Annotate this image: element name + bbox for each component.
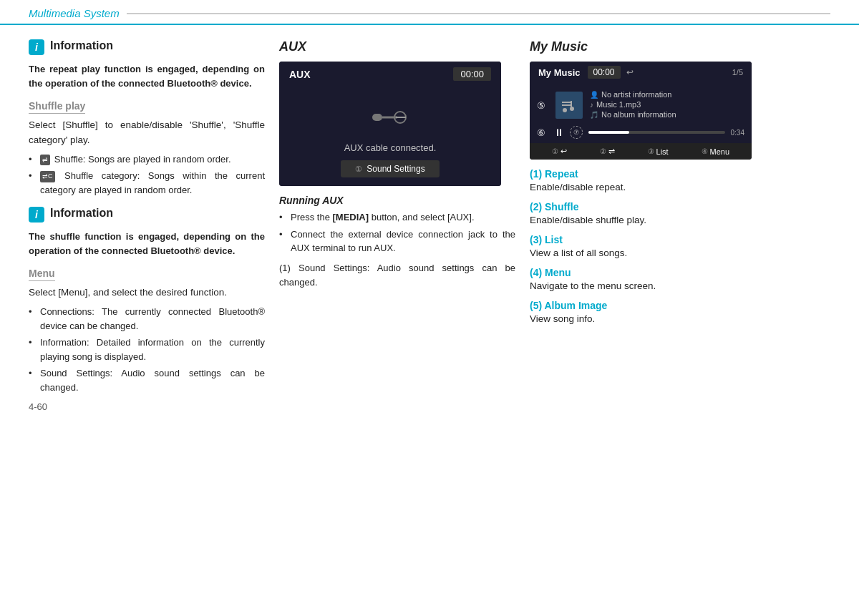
center-column: AUX AUX 00:00 AUX cable connected. [279, 39, 515, 602]
mymusic-screen: My Music 00:00 ↩ 1/5 ⑤ [530, 62, 752, 160]
menu-heading: Menu [29, 268, 55, 281]
menu-body: Select [Menu], and select the desired fu… [29, 285, 265, 300]
album-icon: 🎵 [590, 111, 598, 119]
right-column: My Music My Music 00:00 ↩ 1/5 ⑤ [530, 39, 830, 602]
mymusic-progress-area: ⑥ ⏸ ⑦ 0:34 [537, 123, 744, 140]
progress-bar [588, 131, 629, 134]
aux-screen-body: AUX cable connected. ① Sound Settings [279, 87, 501, 186]
menu-list: Connections: The currently connected Blu… [29, 305, 265, 394]
item-3-title: (3) List [530, 234, 830, 245]
list-item: ⇌C Shuffle category: Songs within the cu… [29, 169, 265, 197]
pause-icon: ⏸ [554, 127, 564, 138]
aux-screen-time: 00:00 [453, 67, 491, 81]
numbered-item-1: (1) Repeat Enable/disable repeat. [530, 168, 830, 192]
page-number: 4-60 [29, 401, 265, 412]
num7-circle: ⑦ [570, 126, 583, 139]
running-aux-title: Running AUX [279, 195, 515, 206]
aux-sound-btn-label: Sound Settings [367, 164, 424, 174]
info-text-1: The repeat play function is engaged, dep… [29, 62, 265, 90]
item-5-title: (5) Album Image [530, 300, 830, 311]
mymusic-header: My Music 00:00 ↩ 1/5 [530, 62, 752, 83]
item-2-title: (2) Shuffle [530, 201, 830, 212]
aux-screen: AUX 00:00 AUX cable connected. ① Sou [279, 62, 501, 186]
mymusic-body: ⑤ 👤 No arti [530, 83, 752, 143]
item-4-desc: Navigate to the menu screen. [530, 280, 830, 291]
list-item: Connect the external device connection j… [279, 228, 515, 255]
mymusic-count: 1/5 [732, 68, 743, 77]
media-label: [MEDIA] [333, 212, 369, 223]
left-column: i Information The repeat play function i… [29, 39, 265, 602]
aux-connected-text: AUX cable connected. [344, 142, 437, 153]
repeat-icon: ↩ [626, 67, 634, 77]
item-1-desc: Enable/disable repeat. [530, 182, 830, 192]
no-album-line: 🎵 No album information [590, 110, 744, 119]
numbered-item-2: (2) Shuffle Enable/disable shuffle play. [530, 201, 830, 225]
time-elapsed: 0:34 [731, 129, 744, 137]
list-item: Sound Settings: Audio sound settings can… [29, 366, 265, 394]
svg-point-8 [570, 107, 574, 111]
shuffle-category-icon: ⇌C [40, 171, 55, 182]
svg-rect-4 [562, 102, 572, 103]
info-icon-2: i [29, 207, 44, 223]
info-icon-1: i [29, 39, 44, 55]
mymusic-time: 00:00 [588, 66, 621, 79]
info-text-2: The shuffle function is engaged, dependi… [29, 230, 265, 258]
shuffle-heading: Shuffle play [29, 100, 85, 114]
aux-screen-header: AUX 00:00 [279, 62, 501, 87]
info-title-1: Information [50, 39, 113, 52]
numbered-item-5: (5) Album Image View song info. [530, 300, 830, 324]
numbered-item-4: (4) Menu Navigate to the menu screen. [530, 267, 830, 291]
shuffle-songs-icon: ⇌ [40, 155, 50, 166]
person-icon: 👤 [590, 91, 598, 99]
item-5-desc: View song info. [530, 313, 830, 324]
num6: ⑥ [537, 127, 548, 138]
shuffle-body: Select [Shuffle] to enable/disable 'Shuf… [29, 118, 265, 148]
aux-cable-icon [369, 99, 412, 135]
svg-rect-0 [372, 114, 382, 121]
item-3-desc: View a list of all songs. [530, 248, 830, 258]
main-content: i Information The repeat play function i… [0, 25, 859, 610]
track-num-5: ⑤ [537, 100, 548, 111]
no-artist-line: 👤 No artist information [590, 90, 744, 99]
mymusic-label: My Music [538, 67, 581, 78]
info-box-2: i Information [29, 207, 265, 223]
running-aux-list: Press the [MEDIA] button, and select [AU… [279, 210, 515, 255]
svg-point-7 [563, 108, 567, 112]
track-name-line: ♪ Music 1.mp3 [590, 100, 744, 109]
item-1-title: (1) Repeat [530, 168, 830, 180]
footer-btn-shuffle[interactable]: ② ⇌ [600, 147, 615, 156]
footer-btn-repeat[interactable]: ① ↩ [552, 147, 567, 156]
item-4-title: (4) Menu [530, 267, 830, 278]
mymusic-track-info: 👤 No artist information ♪ Music 1.mp3 🎵 … [590, 90, 744, 120]
shuffle-list: ⇌ Shuffle: Songs are played in random or… [29, 152, 265, 197]
svg-rect-5 [562, 104, 572, 106]
mymusic-track-row: ⑤ 👤 No arti [537, 87, 744, 123]
numbered-item-3: (3) List View a list of all songs. [530, 234, 830, 258]
aux-title: AUX [279, 39, 515, 54]
aux-sound-btn[interactable]: ① Sound Settings [341, 160, 439, 177]
aux-screen-label: AUX [289, 69, 311, 80]
mymusic-title: My Music [530, 39, 830, 54]
info-title-2: Information [50, 207, 113, 220]
music-icon: ♪ [590, 101, 593, 109]
header-line [127, 13, 830, 14]
album-art [555, 92, 583, 119]
item-2-desc: Enable/disable shuffle play. [530, 215, 830, 225]
list-item: ⇌ Shuffle: Songs are played in random or… [29, 152, 265, 167]
aux-sound-btn-num: ① [355, 165, 362, 174]
footer-btn-menu[interactable]: ④ Menu [702, 147, 730, 156]
progress-bar-wrap [588, 131, 725, 134]
header-title: Multimedia System [29, 7, 120, 19]
page-header: Multimedia System [0, 0, 859, 25]
mymusic-footer: ① ↩ ② ⇌ ③ List ④ Menu [530, 143, 752, 160]
list-item: Information: Detailed information on the… [29, 336, 265, 363]
list-item: Press the [MEDIA] button, and select [AU… [279, 210, 515, 225]
list-item: Connections: The currently connected Blu… [29, 305, 265, 333]
sound-note: (1) Sound Settings: Audio sound settings… [279, 261, 515, 290]
footer-btn-list[interactable]: ③ List [648, 147, 669, 156]
info-box-1: i Information [29, 39, 265, 55]
